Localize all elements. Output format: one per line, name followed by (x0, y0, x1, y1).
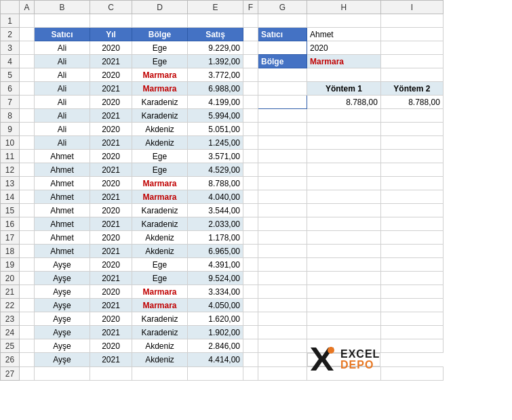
cell-f23[interactable] (243, 312, 258, 326)
cell-e23[interactable]: 1.620,00 (188, 312, 243, 326)
cell-d4[interactable]: Ege (132, 55, 188, 68)
cell-f11[interactable] (243, 150, 258, 163)
cell-c24[interactable]: 2021 (90, 326, 132, 339)
cell-f10[interactable] (243, 136, 258, 150)
cell-d22[interactable]: Marmara (132, 299, 188, 312)
cell-g2-satici-label[interactable]: Satıcı (258, 28, 307, 41)
cell-h15[interactable] (307, 204, 381, 217)
cell-g14[interactable] (258, 190, 307, 204)
cell-i12[interactable] (380, 163, 443, 177)
cell-c27[interactable] (90, 367, 132, 381)
cell-c18[interactable]: 2021 (90, 245, 132, 258)
cell-h7-satis-value1[interactable]: 8.788,00 (307, 96, 381, 109)
cell-b17[interactable]: Ahmet (35, 231, 90, 245)
cell-a26[interactable] (20, 353, 35, 367)
cell-e3[interactable]: 9.229,00 (188, 41, 243, 55)
cell-a25[interactable] (20, 339, 35, 353)
cell-b13[interactable]: Ahmet (35, 177, 90, 190)
cell-g5[interactable] (258, 68, 307, 82)
cell-f9[interactable] (243, 123, 258, 136)
cell-f7[interactable] (243, 96, 258, 109)
cell-e5[interactable]: 3.772,00 (188, 68, 243, 82)
cell-d24[interactable]: Karadeniz (132, 326, 188, 339)
cell-d13[interactable]: Marmara (132, 177, 188, 190)
cell-d9[interactable]: Akdeniz (132, 123, 188, 136)
cell-i27[interactable] (380, 367, 443, 381)
cell-c13[interactable]: 2020 (90, 177, 132, 190)
cell-c6[interactable]: 2021 (90, 82, 132, 96)
cell-f15[interactable] (243, 204, 258, 217)
cell-f18[interactable] (243, 245, 258, 258)
cell-b15[interactable]: Ahmet (35, 204, 90, 217)
cell-d1[interactable] (132, 14, 188, 28)
cell-d2-bolge[interactable]: Bölge (132, 28, 188, 41)
cell-h16[interactable] (307, 217, 381, 231)
cell-c10[interactable]: 2021 (90, 136, 132, 150)
cell-d27[interactable] (132, 367, 188, 381)
cell-c5[interactable]: 2020 (90, 68, 132, 82)
cell-f14[interactable] (243, 190, 258, 204)
cell-b2-satici[interactable]: Satıcı (35, 28, 90, 41)
cell-b3[interactable]: Ali (35, 41, 90, 55)
cell-b7[interactable]: Ali (35, 96, 90, 109)
cell-i8[interactable] (380, 109, 443, 123)
cell-i19[interactable] (380, 258, 443, 272)
cell-g9[interactable] (258, 123, 307, 136)
cell-b10[interactable]: Ali (35, 136, 90, 150)
cell-a20[interactable] (20, 272, 35, 285)
cell-e12[interactable]: 4.529,00 (188, 163, 243, 177)
cell-e17[interactable]: 1.178,00 (188, 231, 243, 245)
cell-g15[interactable] (258, 204, 307, 217)
cell-f16[interactable] (243, 217, 258, 231)
cell-a1[interactable] (20, 14, 35, 28)
cell-a12[interactable] (20, 163, 35, 177)
cell-f1[interactable] (243, 14, 258, 28)
cell-a10[interactable] (20, 136, 35, 150)
cell-b18[interactable]: Ahmet (35, 245, 90, 258)
cell-a23[interactable] (20, 312, 35, 326)
cell-g11[interactable] (258, 150, 307, 163)
cell-b27[interactable] (35, 367, 90, 381)
cell-c26[interactable]: 2021 (90, 353, 132, 367)
cell-f13[interactable] (243, 177, 258, 190)
cell-f20[interactable] (243, 272, 258, 285)
cell-d25[interactable]: Akdeniz (132, 339, 188, 353)
cell-i18[interactable] (380, 245, 443, 258)
cell-d10[interactable]: Akdeniz (132, 136, 188, 150)
cell-g23[interactable] (258, 312, 307, 326)
cell-c4[interactable]: 2021 (90, 55, 132, 68)
cell-b1[interactable] (35, 14, 90, 28)
cell-g4-bolge-label[interactable]: Bölge (258, 55, 307, 68)
cell-e15[interactable]: 3.544,00 (188, 204, 243, 217)
cell-d26[interactable]: Akdeniz (132, 353, 188, 367)
cell-a22[interactable] (20, 299, 35, 312)
cell-h9[interactable] (307, 123, 381, 136)
cell-b4[interactable]: Ali (35, 55, 90, 68)
cell-a24[interactable] (20, 326, 35, 339)
cell-g10[interactable] (258, 136, 307, 150)
cell-d6[interactable]: Marmara (132, 82, 188, 96)
cell-e16[interactable]: 2.033,00 (188, 217, 243, 231)
cell-c19[interactable]: 2020 (90, 258, 132, 272)
cell-f22[interactable] (243, 299, 258, 312)
cell-b20[interactable]: Ayşe (35, 272, 90, 285)
cell-f25[interactable] (243, 339, 258, 353)
cell-i21[interactable] (380, 285, 443, 299)
cell-d14[interactable]: Marmara (132, 190, 188, 204)
cell-c11[interactable]: 2020 (90, 150, 132, 163)
cell-h2-satici-value[interactable]: Ahmet (307, 28, 381, 41)
cell-h13[interactable] (307, 177, 381, 190)
cell-e20[interactable]: 9.524,00 (188, 272, 243, 285)
cell-c8[interactable]: 2021 (90, 109, 132, 123)
cell-b21[interactable]: Ayşe (35, 285, 90, 299)
cell-h21[interactable] (307, 285, 381, 299)
cell-d18[interactable]: Akdeniz (132, 245, 188, 258)
cell-a21[interactable] (20, 285, 35, 299)
cell-e10[interactable]: 1.245,00 (188, 136, 243, 150)
cell-c15[interactable]: 2020 (90, 204, 132, 217)
cell-c14[interactable]: 2021 (90, 190, 132, 204)
cell-h1[interactable] (307, 14, 381, 28)
cell-h17[interactable] (307, 231, 381, 245)
cell-e1[interactable] (188, 14, 243, 28)
cell-e6[interactable]: 6.988,00 (188, 82, 243, 96)
